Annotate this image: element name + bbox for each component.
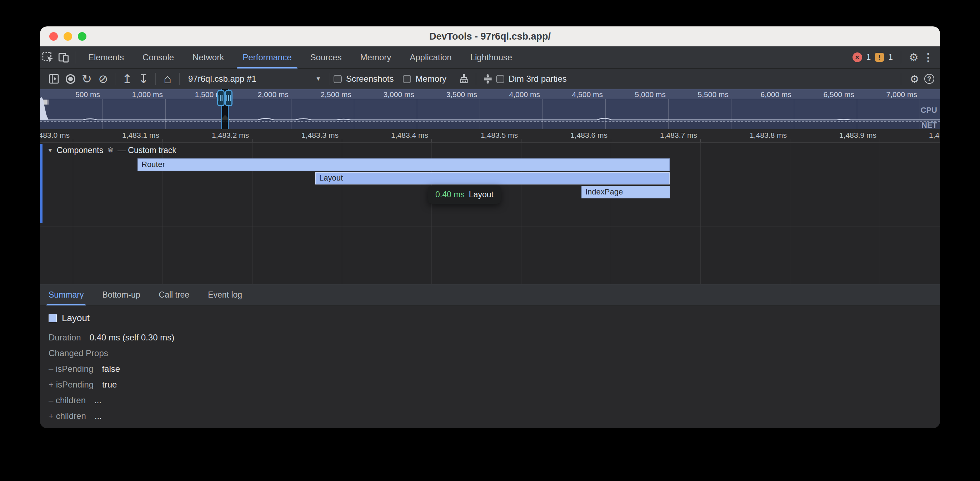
tab-summary[interactable]: Summary	[49, 284, 84, 305]
cpu-track-label: CPU	[921, 106, 937, 115]
ruler-tick: 1,484.0 ms	[898, 131, 940, 140]
flame-tooltip: 0.40 ms Layout	[428, 186, 501, 204]
timeline-overview[interactable]: 500 ms 1,000 ms 1,500 ms 2,000 ms 2,500 …	[40, 89, 940, 129]
right-drag-handle[interactable]	[225, 90, 232, 106]
record-icon[interactable]	[62, 71, 79, 87]
toggle-sidebar-icon[interactable]	[46, 71, 62, 87]
custom-track-header[interactable]: ▼ Components ⚛ — Custom track	[47, 146, 177, 155]
devtools-window: DevTools - 97r6ql.csb.app/ Elements Cons…	[40, 26, 940, 428]
screenshots-label: Screenshots	[346, 74, 394, 84]
collapse-triangle-icon[interactable]: ▼	[47, 147, 53, 154]
track-name: Components	[57, 146, 103, 155]
chevron-down-icon: ▼	[315, 76, 321, 82]
window-title: DevTools - 97r6ql.csb.app/	[40, 26, 940, 46]
dim-3rd-parties-label: Dim 3rd parties	[509, 74, 567, 84]
kebab-menu-icon[interactable]: ⋮	[923, 51, 934, 63]
inspect-element-icon[interactable]	[40, 49, 56, 65]
ruler-tick: 1,483.3 ms	[271, 131, 339, 140]
left-drag-handle[interactable]	[217, 90, 224, 106]
tooltip-label: Layout	[469, 190, 493, 200]
collapse-tracks-icon[interactable]	[480, 71, 496, 87]
flame-chart[interactable]: ▼ Components ⚛ — Custom track Router Lay…	[40, 143, 940, 284]
summary-title-row: Layout	[49, 313, 90, 324]
dim-3rd-parties-checkbox[interactable]	[496, 75, 504, 83]
warning-icon[interactable]: !	[875, 53, 884, 62]
prop-value: false	[102, 364, 120, 374]
ruler-tick: 1,483.7 ms	[629, 131, 697, 140]
prop-value: ...	[95, 411, 102, 421]
divider	[476, 73, 476, 85]
home-icon[interactable]: ⌂	[159, 71, 176, 87]
collect-garbage-icon[interactable]	[456, 71, 472, 87]
flame-bar-indexpage[interactable]: IndexPage	[581, 186, 670, 198]
detail-ruler: 1,483.0 ms 1,483.1 ms 1,483.2 ms 1,483.3…	[40, 129, 940, 143]
tab-application[interactable]: Application	[400, 46, 461, 68]
clear-icon[interactable]: ⊘	[95, 71, 111, 87]
divider	[155, 73, 156, 85]
duration-value: 0.40 ms (self 0.30 ms)	[90, 333, 174, 342]
prop-row: – children...	[49, 395, 102, 405]
memory-checkbox[interactable]	[403, 75, 411, 83]
divider	[901, 73, 901, 85]
prop-name: – children	[49, 395, 86, 405]
ruler-tick: 1,483.9 ms	[808, 131, 877, 140]
tab-memory[interactable]: Memory	[351, 46, 401, 68]
ruler-tick: 1,483.1 ms	[91, 131, 159, 140]
flame-bar-router[interactable]: Router	[137, 159, 670, 171]
prop-value: true	[102, 379, 117, 389]
screenshots-checkbox[interactable]	[334, 75, 342, 83]
tab-console[interactable]: Console	[133, 46, 183, 68]
changed-props-label: Changed Props	[49, 348, 108, 358]
tab-event-log[interactable]: Event log	[208, 284, 242, 305]
flame-bar-layout[interactable]: Layout	[315, 172, 670, 184]
tooltip-duration: 0.40 ms	[435, 190, 465, 200]
help-icon[interactable]: ?	[924, 74, 934, 84]
error-icon[interactable]: ×	[853, 52, 862, 62]
tab-lighthouse[interactable]: Lighthouse	[461, 46, 522, 68]
divider	[75, 51, 75, 63]
ruler-tick: 1,483.4 ms	[360, 131, 428, 140]
tab-sources[interactable]: Sources	[301, 46, 351, 68]
upload-profile-icon[interactable]: ↥	[119, 71, 135, 87]
ruler-tick: 1,483.2 ms	[181, 131, 249, 140]
device-toolbar-icon[interactable]	[56, 49, 72, 65]
track-section-divider	[40, 227, 940, 227]
warning-count: 1	[888, 52, 893, 62]
capture-settings-gear-icon[interactable]: ⚙	[910, 73, 919, 85]
tab-elements[interactable]: Elements	[79, 46, 133, 68]
settings-gear-icon[interactable]: ⚙	[909, 51, 919, 63]
download-profile-icon[interactable]: ↧	[135, 71, 152, 87]
divider	[179, 73, 180, 85]
divider	[901, 51, 901, 63]
prop-row: + isPendingtrue	[49, 379, 117, 390]
prop-value: ...	[94, 395, 102, 405]
net-track-label: NET	[921, 121, 937, 130]
ruler-tick: 1,483.5 ms	[450, 131, 518, 140]
divider	[329, 73, 330, 85]
reload-record-icon[interactable]: ↻	[79, 71, 95, 87]
tabbar-right-cluster: × 1 ! 1 ⚙ ⋮	[853, 51, 940, 63]
summary-panel: Layout Duration0.40 ms (self 0.30 ms) Ch…	[40, 305, 940, 428]
tab-network[interactable]: Network	[183, 46, 233, 68]
ruler-tick: 1,483.0 ms	[40, 131, 70, 140]
track-suffix: — Custom track	[118, 146, 177, 155]
screenshots-toggle[interactable]: Screenshots	[334, 74, 403, 84]
memory-toggle[interactable]: Memory	[403, 74, 456, 84]
prop-name: – isPending	[49, 364, 93, 374]
prop-row: – isPendingfalse	[49, 364, 120, 374]
error-count: 1	[866, 52, 871, 62]
prop-name: + children	[49, 411, 86, 421]
prop-row: + children...	[49, 411, 102, 421]
tab-performance[interactable]: Performance	[233, 46, 301, 68]
memory-label: Memory	[415, 74, 446, 84]
target-selector[interactable]: 97r6ql.csb.app #1 ▼	[183, 71, 326, 87]
ruler-tick: 1,483.8 ms	[719, 131, 787, 140]
duration-row: Duration0.40 ms (self 0.30 ms)	[49, 333, 174, 343]
prop-name: + isPending	[49, 379, 94, 389]
tab-call-tree[interactable]: Call tree	[159, 284, 189, 305]
performance-toolbar: ↻ ⊘ ↥ ↧ ⌂ 97r6ql.csb.app #1 ▼ Screenshot…	[40, 69, 940, 89]
duration-label: Duration	[49, 333, 81, 342]
titlebar: DevTools - 97r6ql.csb.app/	[40, 26, 940, 46]
dim-3rd-parties-toggle[interactable]: Dim 3rd parties	[496, 74, 576, 84]
tab-bottom-up[interactable]: Bottom-up	[102, 284, 140, 305]
